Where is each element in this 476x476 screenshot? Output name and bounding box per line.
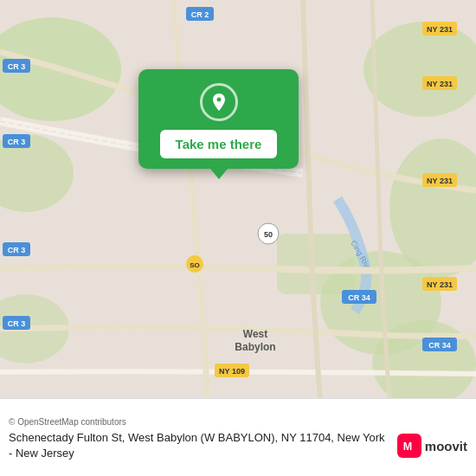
svg-text:NY 231: NY 231 — [427, 177, 453, 185]
osm-attribution: © OpenStreetMap contributors — [9, 417, 467, 427]
svg-text:CR 3: CR 3 — [8, 319, 26, 328]
moovit-icon: M — [397, 434, 421, 458]
map-svg: Cing River SO CR 2 CR 3 CR 3 CR 3 CR 3 — [0, 0, 476, 398]
location-icon-circle — [200, 83, 238, 121]
osm-credit-text: © OpenStreetMap contributors — [9, 417, 126, 427]
svg-text:CR 3: CR 3 — [8, 138, 26, 146]
svg-text:50: 50 — [264, 230, 273, 239]
svg-text:CR 3: CR 3 — [8, 62, 26, 71]
moovit-logo: M moovit — [397, 434, 467, 458]
svg-text:West: West — [243, 328, 267, 340]
location-pin-icon — [209, 92, 229, 113]
svg-text:CR 34: CR 34 — [348, 293, 370, 302]
location-popup: Take me there — [138, 69, 299, 169]
svg-text:CR 2: CR 2 — [191, 10, 209, 19]
moovit-wordmark: moovit — [425, 439, 467, 453]
svg-text:Babylon: Babylon — [235, 341, 275, 353]
svg-text:CR 34: CR 34 — [428, 341, 451, 350]
svg-text:M: M — [403, 441, 413, 453]
address-row: Schenectady Fulton St, West Babylon (W B… — [9, 430, 467, 460]
bottom-info-bar: © OpenStreetMap contributors Schenectady… — [0, 398, 476, 476]
svg-text:NY 231: NY 231 — [427, 25, 453, 34]
map-view[interactable]: Cing River SO CR 2 CR 3 CR 3 CR 3 CR 3 — [0, 0, 476, 398]
svg-text:NY 109: NY 109 — [219, 367, 245, 376]
svg-rect-8 — [277, 234, 355, 294]
svg-text:NY 231: NY 231 — [427, 280, 453, 289]
address-text: Schenectady Fulton St, West Babylon (W B… — [9, 430, 390, 460]
take-me-there-button[interactable]: Take me there — [160, 130, 278, 158]
moovit-m-icon: M — [402, 438, 417, 453]
svg-text:SO: SO — [190, 261, 200, 269]
svg-text:CR 3: CR 3 — [8, 246, 26, 254]
svg-text:NY 231: NY 231 — [427, 80, 453, 88]
